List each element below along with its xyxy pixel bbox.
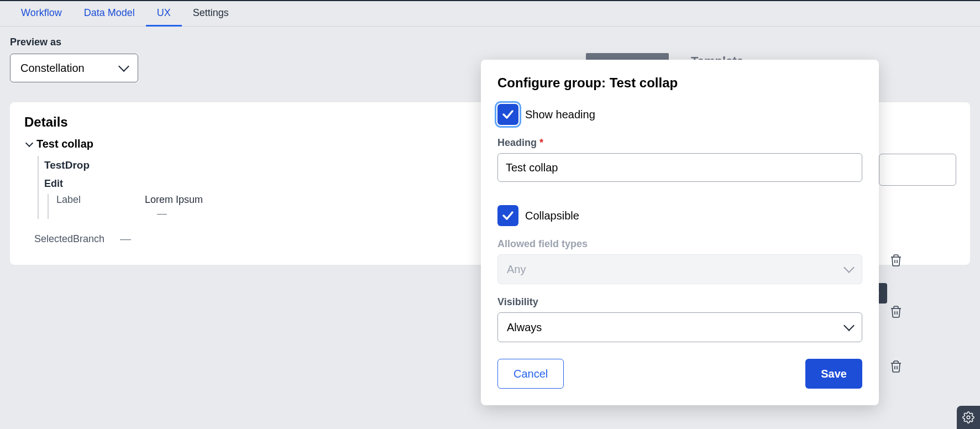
- preview-as-label: Preview as: [10, 36, 970, 48]
- preview-as-select[interactable]: Constellation: [10, 54, 138, 82]
- save-button[interactable]: Save: [805, 359, 862, 389]
- configure-group-popover: Configure group: Test collap Show headin…: [481, 60, 879, 405]
- allowed-types-select: Any: [497, 254, 862, 284]
- show-heading-label: Show heading: [525, 108, 595, 121]
- background-input[interactable]: [879, 154, 956, 186]
- trash-icon[interactable]: [889, 360, 903, 375]
- allowed-types-label: Allowed field types: [497, 238, 862, 250]
- trash-icon[interactable]: [889, 254, 903, 269]
- cancel-button[interactable]: Cancel: [497, 359, 564, 389]
- allowed-types-value: Any: [507, 263, 526, 276]
- main-tabs: Workflow Data Model UX Settings: [0, 1, 980, 27]
- heading-input[interactable]: [497, 153, 862, 182]
- svg-point-2: [967, 416, 970, 419]
- field-key: Label: [56, 194, 95, 206]
- tab-data-model[interactable]: Data Model: [73, 1, 146, 27]
- field-value: Lorem Ipsum: [145, 194, 203, 206]
- collapsible-row: Collapsible: [497, 205, 862, 226]
- popover-title: Configure group: Test collap: [497, 75, 862, 91]
- selected-branch-value: ––: [120, 233, 131, 245]
- trash-icon[interactable]: [889, 305, 903, 321]
- preview-as-value: Constellation: [20, 62, 85, 75]
- tab-ux[interactable]: UX: [146, 1, 182, 27]
- visibility-section: Visibility Always: [497, 296, 862, 342]
- tab-settings[interactable]: Settings: [182, 1, 240, 27]
- tab-workflow[interactable]: Workflow: [10, 1, 73, 27]
- visibility-select[interactable]: Always: [497, 312, 862, 342]
- heading-section: Heading *: [497, 137, 862, 193]
- chevron-down-icon: [25, 139, 33, 147]
- group-name: Test collap: [36, 138, 93, 150]
- show-heading-row: Show heading: [497, 104, 862, 125]
- allowed-types-section: Allowed field types Any: [497, 238, 862, 284]
- corner-settings-button[interactable]: [957, 406, 980, 429]
- selected-branch-key: SelectedBranch: [34, 233, 104, 245]
- show-heading-checkbox[interactable]: [497, 104, 518, 125]
- chevron-down-icon: [118, 61, 129, 72]
- content-area: Preview as Constellation Details Test co…: [0, 27, 980, 429]
- collapsible-checkbox[interactable]: [497, 205, 518, 226]
- popover-actions: Cancel Save: [497, 359, 862, 389]
- chevron-down-icon: [843, 262, 855, 273]
- chevron-down-icon: [843, 320, 855, 331]
- heading-label: Heading *: [497, 137, 862, 149]
- visibility-label: Visibility: [497, 296, 862, 308]
- collapsible-label: Collapsible: [525, 210, 579, 222]
- visibility-value: Always: [507, 321, 542, 334]
